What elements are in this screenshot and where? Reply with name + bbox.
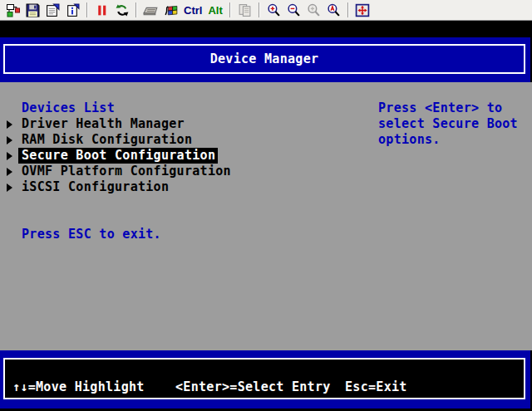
toolbar-separator bbox=[135, 2, 137, 17]
title-band: Device Manager bbox=[0, 37, 530, 82]
windows-key-icon bbox=[164, 3, 179, 17]
help-line: Press <Enter> to bbox=[378, 100, 518, 116]
properties-icon bbox=[46, 3, 60, 17]
menu-item-label: OVMF Platform Configuration bbox=[22, 164, 231, 179]
exit-hint: Press ESC to exit. bbox=[22, 227, 161, 242]
viewer-toolbar: Ctrl Alt bbox=[0, 0, 532, 21]
info-icon bbox=[66, 3, 80, 17]
alt-key-button[interactable]: Alt bbox=[206, 2, 224, 19]
menu-item-label: Driver Health Manager bbox=[22, 116, 185, 132]
toolbar-separator bbox=[259, 2, 260, 17]
key-hint: <Enter>=Select Entry bbox=[175, 379, 331, 395]
ctrl-key-label: Ctrl bbox=[184, 4, 202, 17]
windows-key-button[interactable] bbox=[162, 2, 180, 19]
zoom-normal-button[interactable] bbox=[305, 2, 323, 19]
zoom-in-icon bbox=[267, 3, 281, 17]
submenu-arrow-icon bbox=[7, 168, 12, 176]
pause-button[interactable] bbox=[93, 2, 111, 19]
vm-display[interactable]: Device Manager Devices List Driver Healt… bbox=[0, 21, 532, 411]
submenu-arrow-icon bbox=[7, 152, 12, 160]
save-button[interactable] bbox=[24, 2, 42, 19]
menu-item-label-selected: Secure Boot Configuration bbox=[18, 148, 218, 164]
save-icon bbox=[26, 3, 40, 17]
main-area: Devices List Driver Health ManagerRAM Di… bbox=[0, 82, 532, 350]
properties-button[interactable] bbox=[44, 2, 62, 19]
zoom-normal-icon bbox=[307, 3, 321, 17]
key-hints-bar: ↑↓=Move Highlight<Enter>=Select EntryEsc… bbox=[3, 358, 525, 399]
menu-heading: Devices List bbox=[22, 100, 115, 116]
menu-item[interactable]: Secure Boot Configuration bbox=[0, 148, 231, 164]
machine-state-button[interactable] bbox=[4, 2, 22, 19]
title-box: Device Manager bbox=[3, 44, 525, 74]
refresh-button[interactable] bbox=[113, 2, 131, 19]
help-panel: Press <Enter> toselect Secure Bootoption… bbox=[378, 100, 518, 148]
page-title: Device Manager bbox=[210, 51, 319, 66]
zoom-out-button[interactable] bbox=[285, 2, 303, 19]
menu-item[interactable]: OVMF Platform Configuration bbox=[0, 164, 231, 179]
zoom-in-button[interactable] bbox=[265, 2, 283, 19]
send-keys-button[interactable] bbox=[142, 2, 160, 19]
info-button[interactable] bbox=[64, 2, 81, 19]
help-line: options. bbox=[378, 132, 518, 148]
toolbar-separator bbox=[229, 2, 231, 17]
menu-item[interactable]: RAM Disk Configuration bbox=[0, 132, 231, 148]
menu-item-label: iSCSI Configuration bbox=[22, 179, 169, 195]
alt-key-label: Alt bbox=[208, 4, 222, 17]
fullscreen-icon bbox=[355, 3, 370, 17]
zoom-auto-button[interactable] bbox=[325, 2, 342, 19]
zoom-auto-icon bbox=[327, 3, 341, 17]
menu-item-label: RAM Disk Configuration bbox=[22, 132, 192, 148]
copy-icon bbox=[238, 3, 252, 17]
submenu-arrow-icon bbox=[7, 136, 12, 144]
menu-item[interactable]: Driver Health Manager bbox=[0, 116, 231, 132]
refresh-icon bbox=[115, 3, 130, 17]
fullscreen-button[interactable] bbox=[354, 2, 372, 19]
help-line: select Secure Boot bbox=[378, 116, 518, 132]
toolbar-separator bbox=[347, 2, 349, 17]
key-hint: Esc=Exit bbox=[345, 379, 407, 395]
submenu-arrow-icon bbox=[7, 120, 12, 129]
copy-button[interactable] bbox=[236, 2, 254, 19]
machine-state-icon bbox=[6, 3, 21, 17]
submenu-arrow-icon bbox=[7, 183, 12, 192]
pause-icon bbox=[95, 3, 109, 17]
menu-item[interactable]: iSCSI Configuration bbox=[0, 179, 231, 195]
keyboard-icon bbox=[142, 3, 160, 17]
zoom-out-icon bbox=[287, 3, 301, 17]
footer-band: ↑↓=Move Highlight<Enter>=Select EntryEsc… bbox=[0, 350, 530, 409]
ctrl-key-button[interactable]: Ctrl bbox=[182, 2, 204, 19]
device-menu: Driver Health ManagerRAM Disk Configurat… bbox=[0, 116, 231, 195]
toolbar-separator bbox=[86, 2, 88, 17]
key-hint: ↑↓=Move Highlight bbox=[12, 379, 145, 395]
